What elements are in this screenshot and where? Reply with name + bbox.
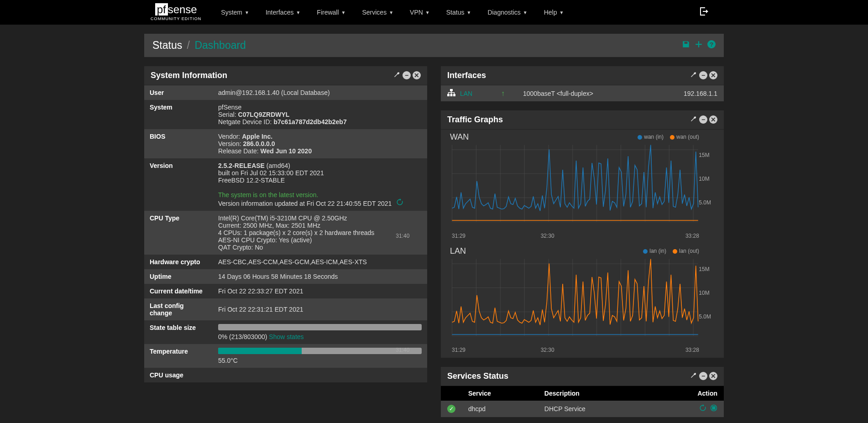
date-label: Current date/time xyxy=(144,284,213,298)
cpuusage-label: CPU usage xyxy=(144,368,213,382)
user-value: admin@192.168.1.40 (Local Database) xyxy=(213,85,427,100)
top-nav: pfsense COMMUNITY EDITION System▼ Interf… xyxy=(0,0,868,25)
cpu-label: CPU Type xyxy=(144,211,213,255)
breadcrumb: Status / Dashboard xyxy=(152,39,246,52)
help-icon[interactable]: ? xyxy=(707,40,716,51)
traffic-graphs-widget: Traffic Graphs − ✕ WAN wan (in) wan (out… xyxy=(441,110,724,358)
lastcfg-value: Fri Oct 22 22:31:21 EDT 2021 xyxy=(213,298,427,320)
logout-icon[interactable] xyxy=(699,7,708,18)
lan-legend: lan (in) lan (out) xyxy=(447,248,717,254)
uptime-label: Uptime xyxy=(144,269,213,284)
panel-title: Services Status xyxy=(447,371,508,381)
svc-col-service: Service xyxy=(462,386,538,401)
network-icon xyxy=(447,89,455,98)
lan-graph: LAN lan (in) lan (out) xyxy=(441,244,724,358)
nav-firewall[interactable]: Firewall▼ xyxy=(309,0,354,25)
svg-rect-37 xyxy=(712,407,715,409)
interface-row: LAN ↑ 1000baseT <full-duplex> 192.168.1.… xyxy=(441,85,724,101)
wrench-icon[interactable] xyxy=(393,71,401,80)
svg-rect-4 xyxy=(450,94,453,96)
wan-graph: WAN wan (in) wan (out) xyxy=(441,130,724,244)
restart-icon[interactable] xyxy=(699,405,706,413)
nav-diagnostics[interactable]: Diagnostics▼ xyxy=(479,0,535,25)
wan-legend: wan (in) wan (out) xyxy=(447,134,717,140)
wrench-icon[interactable] xyxy=(690,372,697,381)
close-icon[interactable]: ✕ xyxy=(709,71,717,79)
lastcfg-label: Last config change xyxy=(144,298,213,320)
show-states-link[interactable]: Show states xyxy=(269,333,303,340)
cpu-value: Intel(R) Core(TM) i5-3210M CPU @ 2.50GHz… xyxy=(213,211,427,255)
svg-text:?: ? xyxy=(710,41,713,48)
nav-vpn[interactable]: VPN▼ xyxy=(402,0,438,25)
user-label: User xyxy=(144,85,213,100)
nav-services[interactable]: Services▼ xyxy=(354,0,402,25)
system-information-widget: System Information − ✕ Useradmin@192.168… xyxy=(144,66,427,382)
nav-system[interactable]: System▼ xyxy=(213,0,257,25)
system-value: pfSense Serial: C07LQ9ZRDWYL Netgate Dev… xyxy=(213,100,427,129)
refresh-icon[interactable] xyxy=(396,200,403,207)
svg-rect-3 xyxy=(447,94,450,96)
temp-progress xyxy=(218,348,422,354)
y-axis-labels: 15M 10M 5.0M xyxy=(699,152,711,206)
nav-status[interactable]: Status▼ xyxy=(438,0,480,25)
wrench-icon[interactable] xyxy=(690,71,697,80)
hwcrypto-value: AES-CBC,AES-CCM,AES-GCM,AES-ICM,AES-XTS xyxy=(213,255,427,269)
panel-title: Traffic Graphs xyxy=(447,115,503,125)
x-axis-labels: 31:29 31:40 32:30 33:28 xyxy=(447,233,717,239)
close-icon[interactable]: ✕ xyxy=(709,115,717,124)
check-icon: ✓ xyxy=(447,405,455,413)
nav-menu: System▼ Interfaces▼ Firewall▼ Services▼ … xyxy=(213,0,572,25)
panel-title: System Information xyxy=(151,71,227,80)
minimize-icon[interactable]: − xyxy=(699,115,707,124)
bios-value: Vendor: Apple Inc. Version: 286.0.0.0.0 … xyxy=(213,129,427,158)
logo[interactable]: pfsense COMMUNITY EDITION xyxy=(151,4,201,21)
up-arrow-icon: ↑ xyxy=(501,89,505,98)
state-value: 0% (213/803000) Show states xyxy=(213,320,427,344)
interface-speed: 1000baseT <full-duplex> xyxy=(523,90,684,97)
minimize-icon[interactable]: − xyxy=(403,71,411,79)
breadcrumb-bar: Status / Dashboard ? xyxy=(144,34,724,57)
panel-title: Interfaces xyxy=(447,71,486,80)
temp-label: Temperature xyxy=(144,344,213,368)
breadcrumb-page[interactable]: Dashboard xyxy=(194,39,246,51)
close-icon[interactable]: ✕ xyxy=(413,71,421,79)
system-label: System xyxy=(144,100,213,129)
y-axis-labels: 15M 10M 5.0M xyxy=(699,266,711,320)
add-widget-icon[interactable] xyxy=(695,40,703,51)
service-name: dhcpd xyxy=(462,401,538,417)
interface-ip: 192.168.1.1 xyxy=(684,90,717,97)
wrench-icon[interactable] xyxy=(690,115,697,124)
lan-chart-canvas xyxy=(447,254,717,345)
stop-icon[interactable] xyxy=(710,405,717,413)
save-icon[interactable] xyxy=(682,40,690,51)
svc-col-action: Action xyxy=(654,386,724,401)
version-value: 2.5.2-RELEASE (amd64) built on Fri Jul 0… xyxy=(213,158,427,211)
bios-label: BIOS xyxy=(144,129,213,158)
interfaces-widget: Interfaces − ✕ LAN ↑ 1000baseT <full-dup… xyxy=(441,66,724,101)
svg-rect-5 xyxy=(453,94,455,96)
service-row: ✓ dhcpd DHCP Service xyxy=(441,401,724,417)
close-icon[interactable]: ✕ xyxy=(709,372,717,380)
breadcrumb-section[interactable]: Status xyxy=(152,39,182,51)
services-status-widget: Services Status − ✕ Service Description … xyxy=(441,367,724,417)
state-label: State table size xyxy=(144,320,213,344)
nav-help[interactable]: Help▼ xyxy=(536,0,572,25)
x-axis-labels: 31:29 31:40 32:30 33:28 xyxy=(447,347,717,353)
state-progress xyxy=(218,324,422,330)
interface-name[interactable]: LAN xyxy=(460,90,483,97)
nav-interfaces[interactable]: Interfaces▼ xyxy=(257,0,309,25)
date-value: Fri Oct 22 22:33:27 EDT 2021 xyxy=(213,284,427,298)
hwcrypto-label: Hardware crypto xyxy=(144,255,213,269)
temp-value: 55.0°C xyxy=(213,344,427,368)
svg-rect-2 xyxy=(450,89,453,91)
version-label: Version xyxy=(144,158,213,211)
wan-chart-canvas xyxy=(447,140,717,231)
minimize-icon[interactable]: − xyxy=(699,372,707,380)
minimize-icon[interactable]: − xyxy=(699,71,707,79)
uptime-value: 14 Days 06 Hours 58 Minutes 18 Seconds xyxy=(213,269,427,284)
service-desc: DHCP Service xyxy=(538,401,654,417)
svc-col-desc: Description xyxy=(538,386,654,401)
